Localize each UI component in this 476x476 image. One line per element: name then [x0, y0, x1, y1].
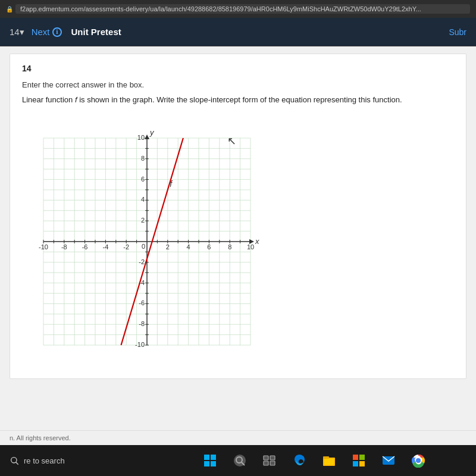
function-name: f [75, 95, 77, 104]
svg-rect-3 [211, 455, 216, 460]
svg-rect-17 [359, 455, 365, 460]
question-text: Linear function f is shown in the graph.… [22, 94, 454, 106]
top-nav: 14▾ Next ℹ Unit Pretest Subr [0, 18, 476, 46]
explorer-icon[interactable] [320, 451, 339, 470]
store-icon[interactable] [349, 451, 368, 470]
taskbar-search-label: re to search [24, 456, 65, 465]
coordinate-graph [22, 117, 272, 367]
copyright-text: n. All rights reserved. [10, 434, 71, 441]
mail-icon[interactable] [379, 451, 398, 470]
url-bar[interactable]: f2app.edmentum.com/assessments-delivery/… [15, 4, 470, 14]
footer: n. All rights reserved. [0, 430, 476, 445]
svg-rect-4 [204, 461, 209, 466]
question-num-display: 14▾ [10, 27, 24, 37]
unit-pretest-title: Unit Pretest [71, 27, 121, 37]
svg-rect-11 [264, 461, 268, 465]
question-card: 14 Enter the correct answer in the box. … [10, 54, 466, 379]
svg-rect-15 [324, 459, 334, 465]
taskbar: re to search [0, 445, 476, 476]
graph-wrapper: ↖ [22, 117, 272, 367]
svg-rect-10 [270, 456, 275, 460]
search-taskbar-icon[interactable] [230, 451, 249, 470]
svg-rect-2 [204, 455, 209, 460]
lock-icon: 🔒 [6, 6, 13, 12]
svg-rect-5 [211, 461, 216, 466]
main-content: 14 Enter the correct answer in the box. … [0, 46, 476, 430]
next-info-icon[interactable]: ℹ [52, 27, 62, 37]
svg-rect-12 [270, 461, 275, 465]
browser-bar: 🔒 f2app.edmentum.com/assessments-deliver… [0, 0, 476, 18]
question-instructions: Enter the correct answer in the box. [22, 80, 454, 89]
graph-container: ↖ [22, 114, 454, 369]
taskbar-icons [162, 451, 466, 470]
svg-line-1 [16, 462, 18, 465]
taskbar-search-icon [10, 456, 19, 465]
task-view-icon[interactable] [260, 451, 279, 470]
svg-rect-16 [353, 455, 358, 460]
question-number: 14 [22, 64, 454, 73]
svg-rect-9 [264, 456, 268, 460]
svg-rect-18 [353, 461, 358, 466]
chrome-icon[interactable] [409, 451, 428, 470]
taskbar-search-area[interactable]: re to search [10, 456, 162, 465]
svg-point-0 [11, 458, 17, 463]
windows-icon[interactable] [201, 451, 220, 470]
next-button[interactable]: Next ℹ [32, 27, 62, 37]
edge-icon[interactable] [290, 451, 309, 470]
svg-rect-19 [359, 461, 365, 466]
svg-rect-14 [323, 456, 329, 459]
submit-button[interactable]: Subr [449, 27, 466, 37]
svg-point-23 [416, 459, 421, 463]
